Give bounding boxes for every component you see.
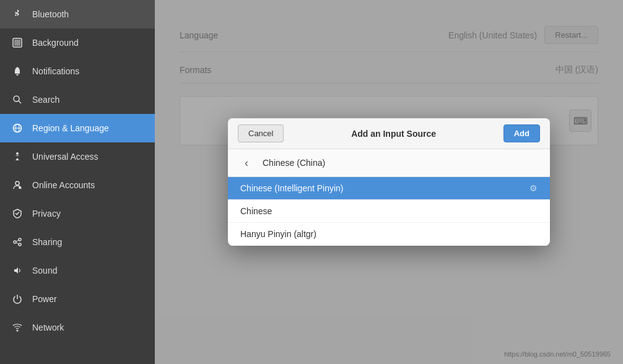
sidebar-item-bluetooth[interactable]: Bluetooth — [0, 0, 155, 28]
svg-point-2 — [14, 96, 19, 102]
region-language-icon — [11, 122, 24, 134]
svg-point-12 — [19, 238, 21, 241]
sidebar-item-label: Bluetooth — [32, 9, 69, 19]
sidebar-item-region-language[interactable]: Region & Language — [0, 114, 155, 142]
add-input-source-dialog: Cancel Add an Input Source Add ‹ Chinese… — [228, 118, 550, 246]
main-content: Language English (United States) Restart… — [155, 0, 623, 364]
background-icon — [11, 37, 24, 49]
sidebar: Bluetooth Background Notifications Searc… — [0, 0, 155, 364]
sidebar-item-label: Sound — [32, 266, 57, 275]
list-item-hanyu-pinyin[interactable]: Hanyu Pinyin (altgr) — [228, 223, 550, 246]
dialog-title: Add an Input Source — [351, 129, 436, 139]
sidebar-item-label: Online Accounts — [32, 180, 95, 190]
sound-icon — [11, 264, 24, 277]
sidebar-item-label: Background — [32, 38, 79, 48]
svg-point-8 — [15, 181, 19, 185]
sidebar-item-label: Network — [32, 323, 64, 332]
dialog-nav: ‹ Chinese (China) — [228, 149, 550, 177]
url-bar: https://blog.csdn.net/m0_50519965 — [504, 350, 611, 358]
list-item-label: Chinese (Intelligent Pinyin) — [240, 183, 344, 193]
sidebar-item-label: Privacy — [32, 209, 61, 219]
dialog-nav-title: Chinese (China) — [263, 158, 325, 168]
power-icon — [11, 293, 24, 305]
add-button[interactable]: Add — [503, 124, 540, 142]
svg-point-7 — [16, 152, 19, 155]
url-text: https://blog.csdn.net/m0_50519965 — [504, 350, 611, 358]
sidebar-item-label: Region & Language — [32, 123, 109, 133]
cancel-button[interactable]: Cancel — [238, 124, 284, 142]
list-item-chinese[interactable]: Chinese — [228, 200, 550, 223]
svg-point-11 — [14, 241, 16, 243]
svg-point-13 — [19, 243, 21, 246]
svg-line-14 — [16, 240, 19, 241]
notifications-icon — [11, 65, 24, 77]
dialog-overlay: Cancel Add an Input Source Add ‹ Chinese… — [155, 0, 623, 364]
back-button[interactable]: ‹ — [238, 154, 255, 171]
dialog-titlebar: Cancel Add an Input Source Add — [228, 118, 550, 149]
network-icon — [11, 321, 24, 334]
list-item-chinese-intelligent-pinyin[interactable]: Chinese (Intelligent Pinyin) ⚙ — [228, 177, 550, 200]
svg-rect-1 — [14, 40, 20, 46]
sidebar-item-search[interactable]: Search — [0, 85, 155, 114]
sidebar-item-universal-access[interactable]: Universal Access — [0, 142, 155, 171]
universal-access-icon — [11, 150, 24, 163]
sidebar-item-privacy[interactable]: Privacy — [0, 199, 155, 228]
sidebar-item-label: Sharing — [32, 237, 62, 247]
sidebar-item-notifications[interactable]: Notifications — [0, 57, 155, 85]
sidebar-item-background[interactable]: Background — [0, 28, 155, 57]
sidebar-item-power[interactable]: Power — [0, 285, 155, 313]
svg-point-16 — [17, 330, 19, 332]
dialog-list: Chinese (Intelligent Pinyin) ⚙ Chinese H… — [228, 177, 550, 246]
sidebar-item-label: Universal Access — [32, 152, 98, 162]
sidebar-item-label: Search — [32, 95, 59, 105]
sidebar-item-label: Notifications — [32, 66, 79, 76]
list-item-label: Hanyu Pinyin (altgr) — [240, 229, 316, 239]
gear-icon: ⚙ — [529, 183, 538, 193]
bluetooth-icon — [11, 8, 24, 20]
search-icon — [11, 93, 24, 106]
svg-line-15 — [16, 243, 19, 244]
sidebar-item-network[interactable]: Network — [0, 313, 155, 342]
privacy-icon — [11, 207, 24, 220]
list-item-label: Chinese — [240, 206, 272, 216]
sidebar-item-label: Power — [32, 294, 57, 304]
svg-line-3 — [19, 101, 21, 103]
online-accounts-icon: + — [11, 179, 24, 191]
sidebar-item-sound[interactable]: Sound — [0, 256, 155, 285]
sharing-icon — [11, 236, 24, 248]
sidebar-item-sharing[interactable]: Sharing — [0, 228, 155, 256]
sidebar-item-online-accounts[interactable]: + Online Accounts — [0, 171, 155, 199]
